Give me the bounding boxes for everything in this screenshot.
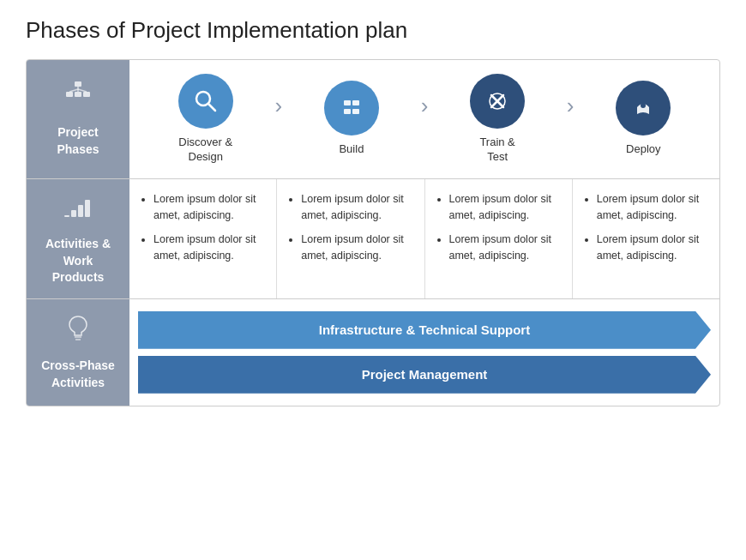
activity-col-3: Lorem ipsum dolor sit amet, adipiscing. … bbox=[425, 179, 573, 298]
svg-rect-1 bbox=[66, 92, 73, 97]
activity-col-2: Lorem ipsum dolor sit amet, adipiscing. … bbox=[277, 179, 424, 298]
activities-icon bbox=[63, 191, 93, 231]
arrow-2: › bbox=[419, 93, 430, 119]
cross-phase-row: Cross-PhaseActivities Infrastructure & T… bbox=[27, 299, 719, 406]
mgmt-arrow: Project Management bbox=[138, 356, 711, 394]
discover-label: Discover &Design bbox=[178, 135, 232, 165]
deploy-icon bbox=[616, 81, 671, 135]
phases-label-cell: ProjectPhases bbox=[27, 60, 129, 178]
cross-phase-label-cell: Cross-PhaseActivities bbox=[27, 299, 129, 406]
activity-item: Lorem ipsum dolor sit amet, adipiscing. bbox=[597, 191, 707, 224]
deploy-label: Deploy bbox=[626, 142, 660, 157]
project-mgmt-banner: Project Management bbox=[138, 356, 711, 394]
phase-discover: Discover &Design bbox=[138, 74, 274, 165]
activities-label-cell: Activities &WorkProducts bbox=[27, 179, 129, 298]
svg-line-6 bbox=[78, 89, 87, 92]
svg-point-16 bbox=[641, 103, 646, 108]
svg-rect-20 bbox=[64, 215, 69, 217]
svg-rect-10 bbox=[352, 100, 359, 105]
cross-phase-content: Infrastructure & Technical Support Proje… bbox=[129, 299, 719, 406]
svg-rect-12 bbox=[352, 109, 359, 114]
activities-row: Activities &WorkProducts Lorem ipsum dol… bbox=[27, 179, 719, 299]
lightbulb-icon bbox=[65, 313, 91, 352]
train-icon bbox=[470, 74, 525, 129]
svg-rect-3 bbox=[83, 92, 90, 97]
svg-rect-2 bbox=[75, 92, 81, 97]
hierarchy-icon bbox=[63, 80, 93, 119]
cross-phase-label: Cross-PhaseActivities bbox=[41, 358, 115, 391]
svg-rect-19 bbox=[85, 200, 90, 217]
activity-item: Lorem ipsum dolor sit amet, adipiscing. bbox=[301, 232, 412, 264]
infra-label: Infrastructure & Technical Support bbox=[319, 322, 530, 337]
svg-rect-17 bbox=[71, 210, 76, 217]
arrow-3: › bbox=[565, 93, 576, 119]
svg-rect-0 bbox=[75, 81, 81, 87]
discover-icon bbox=[178, 74, 233, 129]
build-label: Build bbox=[339, 142, 364, 157]
phase-deploy: Deploy bbox=[576, 81, 712, 157]
infra-arrow: Infrastructure & Technical Support bbox=[138, 311, 711, 349]
svg-rect-9 bbox=[344, 100, 351, 105]
page-title: Phases of Project Implementation plan bbox=[26, 17, 720, 44]
phase-train: Train &Test bbox=[430, 74, 565, 165]
activity-item: Lorem ipsum dolor sit amet, adipiscing. bbox=[301, 191, 412, 224]
build-icon bbox=[324, 81, 379, 135]
activity-col-4: Lorem ipsum dolor sit amet, adipiscing. … bbox=[573, 179, 719, 298]
activity-item: Lorem ipsum dolor sit amet, adipiscing. bbox=[449, 232, 560, 264]
mgmt-label: Project Management bbox=[362, 367, 488, 382]
activity-item: Lorem ipsum dolor sit amet, adipiscing. bbox=[449, 191, 560, 224]
activity-item: Lorem ipsum dolor sit amet, adipiscing. bbox=[153, 191, 264, 224]
train-label: Train &Test bbox=[479, 135, 514, 165]
phases-content: Discover &Design › Build › bbox=[129, 60, 719, 178]
svg-line-5 bbox=[69, 89, 78, 92]
svg-line-8 bbox=[208, 104, 215, 111]
infrastructure-banner: Infrastructure & Technical Support bbox=[138, 311, 711, 349]
arrow-1: › bbox=[274, 93, 285, 119]
phases-label: ProjectPhases bbox=[57, 124, 99, 158]
activity-item: Lorem ipsum dolor sit amet, adipiscing. bbox=[597, 232, 707, 264]
activities-label: Activities &WorkProducts bbox=[45, 236, 111, 286]
implementation-table: ProjectPhases Discover &Design › bbox=[26, 59, 720, 406]
svg-rect-11 bbox=[344, 109, 351, 114]
phases-row: ProjectPhases Discover &Design › bbox=[27, 60, 719, 179]
activity-item: Lorem ipsum dolor sit amet, adipiscing. bbox=[153, 232, 264, 264]
activity-col-1: Lorem ipsum dolor sit amet, adipiscing. … bbox=[129, 179, 277, 298]
svg-rect-18 bbox=[78, 205, 83, 217]
phase-build: Build bbox=[284, 81, 419, 157]
activities-content: Lorem ipsum dolor sit amet, adipiscing. … bbox=[129, 179, 719, 298]
